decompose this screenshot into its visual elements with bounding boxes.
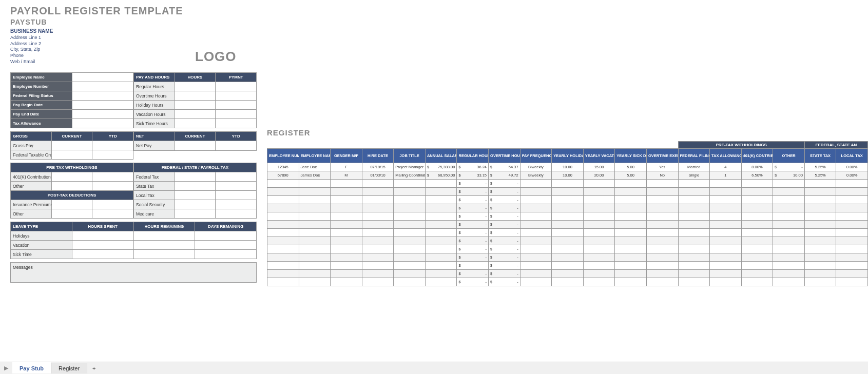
reg-empty-cell[interactable] xyxy=(646,188,678,196)
reg-empname[interactable]: James Doe xyxy=(299,171,331,180)
reg-empty-cell[interactable] xyxy=(267,270,299,278)
reg-empty-cell[interactable] xyxy=(646,278,678,286)
reg-empty-cell[interactable] xyxy=(804,188,836,196)
emp-info-value[interactable] xyxy=(72,82,133,91)
fedtax-ytd[interactable] xyxy=(216,182,257,191)
reg-empty-cell[interactable] xyxy=(520,212,552,221)
leave-drem[interactable] xyxy=(195,231,257,241)
reg-empty-cell[interactable] xyxy=(773,196,805,204)
reg-empty-cell[interactable] xyxy=(299,237,331,245)
fedtax-ytd[interactable] xyxy=(216,191,257,200)
reg-401k[interactable]: 8.00% xyxy=(741,163,773,171)
reg-empty-cell[interactable] xyxy=(267,196,299,204)
reg-empty-cell[interactable] xyxy=(710,188,742,196)
fedtax-cur[interactable] xyxy=(175,172,216,182)
reg-empty-cell[interactable] xyxy=(646,204,678,212)
reg-other[interactable]: 10.00 xyxy=(773,171,805,180)
reg-empty-cell[interactable]: - xyxy=(457,262,489,270)
reg-empty-cell[interactable] xyxy=(804,180,836,188)
fedtax-cur[interactable] xyxy=(175,182,216,191)
reg-hire[interactable]: 07/18/15 xyxy=(362,163,394,171)
reg-fstatus[interactable]: Single xyxy=(678,171,710,180)
reg-gender[interactable]: F xyxy=(331,163,362,171)
reg-empty-cell[interactable] xyxy=(836,204,868,212)
reg-empty-cell[interactable] xyxy=(552,229,584,237)
reg-empty-cell[interactable] xyxy=(836,221,868,229)
fedtax-cur[interactable] xyxy=(175,191,216,200)
reg-empty-cell[interactable]: - xyxy=(457,237,489,245)
reg-empty-cell[interactable] xyxy=(710,245,742,253)
reg-empty-cell[interactable] xyxy=(394,212,426,221)
reg-empty-cell[interactable] xyxy=(678,188,710,196)
reg-empty-cell[interactable] xyxy=(520,221,552,229)
reg-empty-cell[interactable] xyxy=(678,212,710,221)
reg-otex[interactable]: Yes xyxy=(646,163,678,171)
reg-empty-cell[interactable] xyxy=(678,278,710,286)
reg-empty-cell[interactable] xyxy=(394,188,426,196)
reg-empty-cell[interactable] xyxy=(331,237,362,245)
reg-empty-cell[interactable] xyxy=(394,196,426,204)
reg-empty-cell[interactable] xyxy=(615,180,647,188)
reg-empty-cell[interactable] xyxy=(646,237,678,245)
reg-empty-cell[interactable]: - xyxy=(457,204,489,212)
reg-401k[interactable]: 6.50% xyxy=(741,171,773,180)
reg-empty-cell[interactable] xyxy=(710,262,742,270)
pretax-ytd[interactable] xyxy=(92,172,133,182)
reg-title[interactable]: Mailing Coordinator xyxy=(394,171,426,180)
reg-empty-cell[interactable] xyxy=(267,212,299,221)
reg-salary[interactable]: 68,950.00 xyxy=(425,171,457,180)
reg-gender[interactable]: M xyxy=(331,171,362,180)
reg-ltax[interactable]: 0.00% xyxy=(836,171,868,180)
reg-empty-cell[interactable] xyxy=(836,237,868,245)
reg-empty-cell[interactable] xyxy=(299,229,331,237)
reg-empty-cell[interactable] xyxy=(267,278,299,286)
reg-empty-cell[interactable] xyxy=(678,270,710,278)
reg-empty-cell[interactable] xyxy=(646,262,678,270)
reg-allow[interactable]: 1 xyxy=(710,171,742,180)
posttax-ytd[interactable] xyxy=(92,200,133,209)
reg-empty-cell[interactable] xyxy=(741,188,773,196)
reg-empty-cell[interactable] xyxy=(394,221,426,229)
reg-empty-cell[interactable] xyxy=(520,245,552,253)
reg-empty-cell[interactable] xyxy=(552,188,584,196)
reg-empty-cell[interactable] xyxy=(520,180,552,188)
reg-empty-cell[interactable] xyxy=(804,229,836,237)
reg-empty-cell[interactable] xyxy=(741,212,773,221)
reg-empty-cell[interactable] xyxy=(710,253,742,262)
reg-empty-cell[interactable] xyxy=(267,237,299,245)
payhours-hours[interactable] xyxy=(175,91,216,101)
reg-empty-cell[interactable] xyxy=(615,212,647,221)
reg-fstatus[interactable]: Married xyxy=(678,163,710,171)
reg-empty-cell[interactable] xyxy=(773,180,805,188)
reg-empty-cell[interactable] xyxy=(520,237,552,245)
reg-empty-cell[interactable] xyxy=(583,278,615,286)
reg-empty-cell[interactable] xyxy=(583,245,615,253)
reg-empty-cell[interactable] xyxy=(678,245,710,253)
reg-empty-cell[interactable] xyxy=(646,253,678,262)
reg-empty-cell[interactable] xyxy=(552,221,584,229)
reg-empty-cell[interactable] xyxy=(520,188,552,196)
reg-empty-cell[interactable] xyxy=(362,229,394,237)
reg-empty-cell[interactable] xyxy=(741,237,773,245)
reg-empty-cell[interactable] xyxy=(520,278,552,286)
reg-empty-cell[interactable] xyxy=(331,180,362,188)
reg-empty-cell[interactable] xyxy=(299,278,331,286)
reg-sick[interactable]: 5.00 xyxy=(615,163,647,171)
reg-empty-cell[interactable] xyxy=(552,278,584,286)
gross-current[interactable] xyxy=(51,141,92,150)
reg-empty-cell[interactable] xyxy=(615,270,647,278)
reg-empty-cell[interactable] xyxy=(362,196,394,204)
reg-empty-cell[interactable] xyxy=(267,204,299,212)
reg-empty-cell[interactable] xyxy=(299,270,331,278)
leave-hrem[interactable] xyxy=(133,250,195,259)
reg-empty-cell[interactable] xyxy=(836,212,868,221)
reg-otrate[interactable]: 54.37 xyxy=(489,163,520,171)
reg-empty-cell[interactable] xyxy=(615,221,647,229)
reg-empty-cell[interactable]: - xyxy=(457,188,489,196)
reg-empty-cell[interactable] xyxy=(678,196,710,204)
reg-empty-cell[interactable] xyxy=(425,204,457,212)
reg-empty-cell[interactable] xyxy=(267,245,299,253)
reg-empty-cell[interactable] xyxy=(804,204,836,212)
reg-empty-cell[interactable] xyxy=(646,221,678,229)
fedtax-ytd[interactable] xyxy=(216,172,257,182)
